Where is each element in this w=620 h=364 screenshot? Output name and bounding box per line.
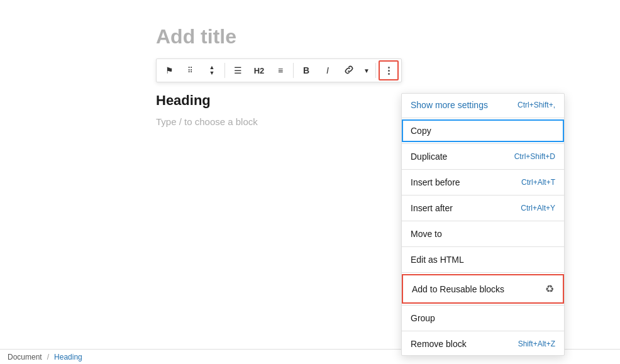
menu-divider-6: [402, 246, 564, 247]
link-icon: [344, 65, 354, 77]
duplicate-shortcut: Ctrl+Shift+D: [514, 152, 555, 161]
group-label: Group: [411, 313, 435, 323]
toolbar: ⚑ ⠿ ▲ ▼ ☰ H2 ≡: [156, 58, 402, 82]
edit-as-html-label: Edit as HTML: [411, 255, 464, 265]
show-more-label: Show more settings: [411, 100, 488, 110]
link-button[interactable]: [339, 60, 359, 80]
heading-label: H2: [254, 66, 265, 75]
recycle-icon: ♻: [545, 283, 554, 295]
divider-1: [224, 63, 225, 78]
insert-after-label: Insert after: [411, 203, 453, 213]
dropdown-chevron-icon: ▼: [363, 67, 370, 74]
italic-icon: I: [326, 65, 329, 75]
text-align-button[interactable]: ≡: [270, 60, 291, 80]
three-dots-icon: [388, 64, 390, 77]
menu-divider-5: [402, 221, 564, 221]
breadcrumb-document[interactable]: Document: [8, 353, 42, 361]
chevron-down-icon: ▼: [209, 70, 215, 76]
show-more-shortcut: Ctrl+Shift+,: [518, 101, 555, 109]
heading-level-button[interactable]: H2: [249, 60, 269, 80]
bold-icon: B: [303, 65, 309, 75]
menu-item-add-reusable[interactable]: Add to Reusable blocks ♻: [403, 275, 563, 302]
menu-divider-9: [402, 331, 564, 331]
more-options-button[interactable]: [379, 60, 399, 80]
divider-2: [293, 63, 294, 78]
menu-divider-8: [402, 305, 564, 306]
toolbar-wrapper: ⚑ ⠿ ▲ ▼ ☰ H2 ≡: [156, 58, 620, 82]
divider-3: [375, 63, 376, 78]
menu-item-edit-html[interactable]: Edit as HTML: [402, 248, 564, 271]
breadcrumb-separator: /: [47, 353, 49, 361]
menu-item-show-more[interactable]: Show more settings Ctrl+Shift+,: [402, 94, 564, 116]
move-to-label: Move to: [411, 229, 442, 239]
breadcrumb-heading[interactable]: Heading: [54, 353, 82, 361]
remove-block-label: Remove block: [411, 339, 467, 349]
align-button[interactable]: ☰: [228, 60, 248, 80]
bold-button[interactable]: B: [296, 60, 316, 80]
duplicate-label: Duplicate: [411, 152, 447, 162]
bookmark-button[interactable]: ⚑: [159, 60, 179, 80]
add-reusable-label: Add to Reusable blocks: [412, 284, 504, 294]
drag-button[interactable]: ⠿: [180, 60, 201, 80]
menu-item-insert-before[interactable]: Insert before Ctrl+Alt+T: [402, 171, 564, 194]
menu-divider-4: [402, 195, 564, 196]
bookmark-icon: ⚑: [165, 65, 174, 75]
insert-after-shortcut: Ctrl+Alt+Y: [521, 204, 555, 212]
menu-item-move-to[interactable]: Move to: [402, 223, 564, 245]
link-dropdown-button[interactable]: ▼: [360, 60, 373, 80]
text-align-icon: ≡: [278, 65, 283, 75]
drag-icon: ⠿: [187, 66, 194, 75]
align-left-icon: ☰: [234, 65, 242, 75]
menu-item-remove-block[interactable]: Remove block Shift+Alt+Z: [402, 333, 564, 355]
insert-before-label: Insert before: [411, 177, 460, 187]
menu-item-insert-after[interactable]: Insert after Ctrl+Alt+Y: [402, 197, 564, 219]
move-button[interactable]: ▲ ▼: [202, 60, 222, 80]
menu-divider-3: [402, 169, 564, 170]
copy-label: Copy: [411, 126, 431, 136]
add-title[interactable]: Add title: [156, 25, 620, 48]
menu-item-copy[interactable]: Copy: [402, 119, 564, 142]
menu-divider-2: [402, 143, 564, 144]
menu-divider-7: [402, 272, 564, 273]
menu-divider-1: [402, 118, 564, 118]
insert-before-shortcut: Ctrl+Alt+T: [521, 178, 555, 187]
reusable-section: Add to Reusable blocks ♻: [402, 274, 564, 304]
context-menu: Show more settings Ctrl+Shift+, Copy Dup…: [401, 93, 565, 356]
remove-block-shortcut: Shift+Alt+Z: [518, 339, 555, 348]
menu-item-duplicate[interactable]: Duplicate Ctrl+Shift+D: [402, 145, 564, 168]
italic-button[interactable]: I: [318, 60, 338, 80]
menu-item-group[interactable]: Group: [402, 307, 564, 329]
